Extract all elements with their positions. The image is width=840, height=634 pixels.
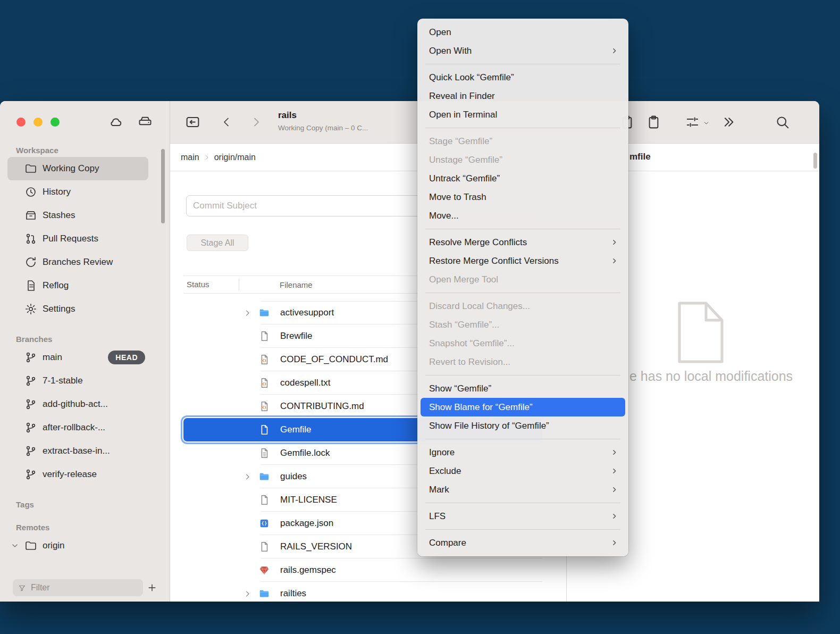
- panel-toggle-icon[interactable]: [185, 114, 200, 130]
- forward-icon[interactable]: [250, 114, 263, 130]
- menu-item-label: Open With: [429, 46, 472, 56]
- search-icon[interactable]: [775, 114, 790, 130]
- filename-label: activesupport: [280, 307, 334, 318]
- sidebar-item-stashes[interactable]: Stashes: [7, 204, 148, 227]
- menu-item-move-to-trash[interactable]: Move to Trash: [421, 188, 625, 206]
- sidebar-item-7-1-stable[interactable]: 7-1-stable: [7, 369, 148, 393]
- sidebar-item-add-github-act[interactable]: add-github-act...: [7, 393, 148, 416]
- detail-title-fragment: mfile: [629, 152, 651, 162]
- breadcrumb-item-origin-main[interactable]: origin/main: [214, 153, 256, 162]
- sidebar-item-origin[interactable]: origin: [7, 534, 148, 557]
- folder-blue-icon: [255, 307, 273, 319]
- menu-item-stage-gemfile: Stage “Gemfile”: [421, 132, 625, 151]
- sidebar-item-pull-requests[interactable]: Pull Requests: [7, 227, 148, 251]
- menu-item-open[interactable]: Open: [421, 23, 625, 41]
- menu-item-show-file-history-of-gemfile[interactable]: Show File History of “Gemfile”: [421, 416, 625, 435]
- branch-icon: [24, 398, 37, 411]
- repo-title: rails: [278, 110, 368, 121]
- menu-item-mark[interactable]: Mark: [421, 480, 625, 499]
- detail-scrollbar[interactable]: [813, 153, 817, 169]
- menu-item-label: Stash “Gemfile”...: [429, 320, 499, 330]
- menu-item-ignore[interactable]: Ignore: [421, 443, 625, 462]
- filename-label: Gemfile: [280, 424, 312, 435]
- menu-item-reveal-in-finder[interactable]: Reveal in Finder: [421, 87, 625, 105]
- menu-item-snapshot-gemfile: Snapshot “Gemfile”...: [421, 334, 625, 353]
- filename-label: railties: [280, 588, 306, 599]
- filename-label: RAILS_VERSION: [280, 541, 352, 552]
- toolbar-overflow-icon[interactable]: [721, 114, 736, 130]
- sidebar-item-label: extract-base-in...: [43, 446, 110, 456]
- filter-input[interactable]: Filter: [13, 579, 143, 596]
- gear-icon: [24, 303, 37, 315]
- submenu-chevron-icon: [611, 539, 618, 546]
- add-repository-button[interactable]: [143, 579, 161, 596]
- file-icon: [255, 494, 273, 506]
- menu-separator: [425, 375, 620, 376]
- sidebar-item-label: Branches Review: [43, 257, 113, 268]
- menu-item-move[interactable]: Move...: [421, 206, 625, 225]
- menu-item-label: Move...: [429, 211, 459, 221]
- sidebar: WorkspaceWorking CopyHistoryStashesPull …: [0, 101, 170, 602]
- quick-launch-icon[interactable]: [685, 114, 700, 130]
- menu-item-quick-look-gemfile[interactable]: Quick Look “Gemfile”: [421, 68, 625, 87]
- submenu-chevron-icon: [611, 257, 618, 264]
- sidebar-item-extract-base-in[interactable]: extract-base-in...: [7, 439, 148, 463]
- filename-label: CODE_OF_CONDUCT.md: [280, 354, 388, 365]
- breadcrumb-item-main[interactable]: main: [181, 153, 199, 162]
- submenu-chevron-icon: [611, 47, 618, 54]
- back-icon[interactable]: [220, 114, 233, 130]
- review-icon: [24, 256, 37, 269]
- filename-label: Brewfile: [280, 331, 312, 341]
- sidebar-item-reflog[interactable]: Reflog: [7, 274, 148, 297]
- menu-item-label: Discard Local Changes...: [429, 301, 530, 312]
- branch-icon: [24, 468, 37, 481]
- expand-chevron-icon[interactable]: [239, 590, 255, 598]
- sidebar-item-history[interactable]: History: [7, 180, 148, 204]
- chevron-down-icon[interactable]: [11, 541, 19, 550]
- sidebar-scrollbar[interactable]: [161, 149, 165, 223]
- file-row-rails-gemspec[interactable]: rails.gemspec: [183, 558, 542, 582]
- menu-item-label: Compare: [429, 538, 466, 548]
- menu-item-resolve-merge-conflicts[interactable]: Resolve Merge Conflicts: [421, 233, 625, 252]
- sidebar-item-main[interactable]: mainHEAD: [7, 346, 148, 369]
- sidebar-item-working-copy[interactable]: Working Copy: [7, 157, 148, 180]
- column-filename[interactable]: Filename: [239, 280, 313, 289]
- menu-item-lfs[interactable]: LFS: [421, 507, 625, 525]
- sidebar-item-after-rollback[interactable]: after-rollback-...: [7, 416, 148, 439]
- sidebar-item-label: Working Copy: [43, 163, 99, 174]
- menu-item-show-gemfile[interactable]: Show “Gemfile”: [421, 379, 625, 398]
- column-status[interactable]: Status: [183, 279, 239, 290]
- pull-request-icon: [24, 232, 37, 245]
- sidebar-section-remotes: Remotes: [16, 523, 170, 532]
- stage-all-button[interactable]: Stage All: [187, 235, 248, 251]
- menu-item-untrack-gemfile[interactable]: Untrack “Gemfile”: [421, 169, 625, 188]
- file-icon: [255, 541, 273, 553]
- sidebar-item-label: verify-release: [43, 469, 97, 480]
- menu-item-label: Unstage “Gemfile”: [429, 155, 502, 165]
- sidebar-item-settings[interactable]: Settings: [7, 297, 148, 321]
- branch-icon: [24, 351, 37, 364]
- expand-chevron-icon[interactable]: [239, 309, 255, 317]
- menu-item-label: LFS: [429, 511, 446, 522]
- file-icon: [255, 330, 273, 342]
- clipboard-icon[interactable]: [646, 114, 661, 130]
- file-row-railties[interactable]: railties: [183, 582, 542, 602]
- expand-chevron-icon[interactable]: [239, 473, 255, 481]
- menu-item-label: Move to Trash: [429, 192, 486, 203]
- menu-item-compare[interactable]: Compare: [421, 533, 625, 552]
- filename-label: guides: [280, 471, 307, 482]
- menu-item-discard-local-changes: Discard Local Changes...: [421, 297, 625, 315]
- sidebar-item-verify-release[interactable]: verify-release: [7, 463, 148, 486]
- sidebar-item-branches-review[interactable]: Branches Review: [7, 251, 148, 274]
- chevron-down-icon[interactable]: [703, 120, 710, 127]
- menu-item-unstage-gemfile: Unstage “Gemfile”: [421, 151, 625, 169]
- folder-blue-icon: [255, 471, 273, 482]
- menu-item-label: Show “Gemfile”: [429, 383, 491, 394]
- menu-item-exclude[interactable]: Exclude: [421, 462, 625, 480]
- menu-item-open-with[interactable]: Open With: [421, 41, 625, 60]
- menu-item-open-in-terminal[interactable]: Open in Terminal: [421, 105, 625, 124]
- menu-item-restore-merge-conflict-versions[interactable]: Restore Merge Conflict Versions: [421, 252, 625, 270]
- menu-item-show-blame-for-gemfile[interactable]: Show Blame for “Gemfile”: [421, 398, 625, 416]
- json-icon: [255, 518, 273, 529]
- sidebar-section-tags: Tags: [16, 500, 170, 509]
